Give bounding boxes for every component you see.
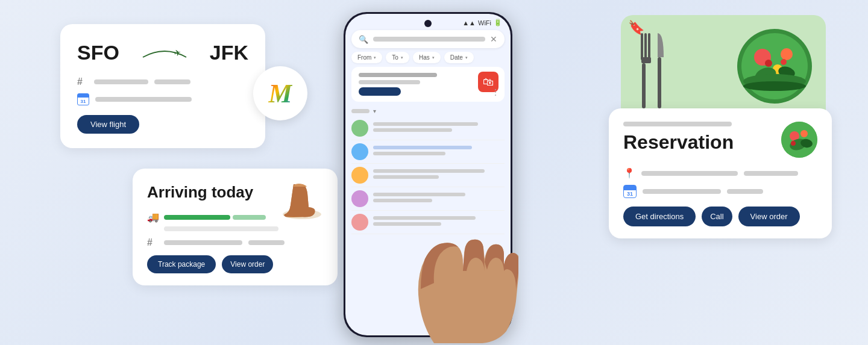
reservation-card: Reservation 📍 31 Get directions Call Vie… — [609, 108, 832, 238]
package-buttons: Track package View order — [147, 255, 323, 273]
email-line-6 — [373, 175, 439, 179]
progress-track — [164, 226, 278, 231]
reservation-title-group: Reservation — [623, 122, 734, 154]
chevron-down-icon-from: ▾ — [374, 55, 376, 60]
divider-bar — [351, 109, 370, 113]
progress-filled — [164, 215, 230, 220]
reservation-header: Reservation — [623, 122, 817, 158]
battery-icon: 🔋 — [494, 19, 502, 26]
svg-rect-2 — [642, 63, 646, 108]
avatar-1 — [351, 120, 368, 137]
reservation-title: Reservation — [623, 131, 734, 153]
calendar-icon-res: 31 — [623, 185, 637, 198]
email-line-1 — [373, 122, 478, 126]
package-card: Arriving today 🚚 # Track package View or… — [133, 169, 338, 285]
email-line-8 — [373, 199, 432, 202]
flight-btn[interactable]: View flight — [77, 115, 139, 134]
svg-rect-6 — [641, 57, 651, 63]
chevron-down-icon-has: ▾ — [432, 55, 435, 60]
filter-date[interactable]: Date ▾ — [444, 52, 474, 63]
filter-has-label: Has — [419, 54, 430, 61]
flight-route: SFO ✈ JFK — [77, 41, 248, 64]
list-item[interactable] — [351, 164, 505, 187]
svg-rect-3 — [641, 33, 643, 60]
gmail-m-letter: M — [268, 78, 292, 109]
pkg-info-row: # — [147, 237, 323, 248]
avatar-2 — [351, 143, 368, 160]
svg-point-21 — [800, 130, 808, 137]
svg-point-24 — [791, 141, 796, 146]
search-clear-btn[interactable]: ✕ — [490, 34, 497, 44]
location-pin-icon: 📍 — [623, 167, 635, 179]
flight-destination: JFK — [210, 41, 248, 64]
chevron-down-icon-to: ▾ — [401, 55, 403, 60]
chevron-down-icon-date: ▾ — [465, 55, 468, 60]
pkg-bar-2 — [248, 240, 285, 245]
phone-search-bar[interactable]: 🔍 ✕ — [351, 30, 505, 48]
salad-illustration — [732, 21, 817, 114]
list-item[interactable] — [351, 140, 505, 164]
email-line-4 — [373, 152, 445, 155]
email-subject-bar — [359, 73, 437, 77]
flight-card: SFO ✈ JFK # 31 View flight — [60, 24, 265, 148]
email-line-7 — [373, 193, 465, 196]
wifi-icon: WiFi — [478, 19, 491, 26]
avatar-5 — [351, 214, 368, 231]
email-action-btn[interactable] — [359, 87, 401, 96]
call-btn[interactable]: Call — [702, 207, 732, 226]
info-bar-1 — [94, 79, 148, 84]
info-bar-2 — [154, 79, 190, 84]
email-line-5 — [373, 169, 485, 173]
pkg-bar-1 — [164, 240, 242, 245]
filter-date-label: Date — [450, 54, 463, 61]
get-directions-btn[interactable]: Get directions — [623, 207, 696, 226]
search-placeholder-bar — [373, 37, 485, 42]
featured-email-card[interactable]: 🛍 ⋮ — [351, 67, 505, 102]
reservation-calendar-row: 31 — [623, 185, 817, 198]
location-bar-2 — [744, 171, 798, 176]
email-content-1 — [373, 122, 505, 134]
flight-info-rows: # 31 — [77, 76, 248, 105]
svg-rect-4 — [644, 33, 647, 60]
chevron-down-icon-section[interactable]: ▾ — [373, 108, 376, 114]
svg-point-18 — [743, 81, 806, 91]
phone-notch — [424, 20, 432, 27]
restaurant-food-icon — [781, 122, 817, 158]
calendar-icon: 31 — [77, 93, 89, 105]
location-bar — [641, 171, 738, 176]
calendar-bar-2 — [727, 189, 763, 194]
email-content-3 — [373, 169, 505, 181]
filter-to[interactable]: To ▾ — [386, 52, 409, 63]
flight-info-row-2: 31 — [77, 93, 248, 105]
res-title-bar-above — [623, 122, 732, 126]
gmail-badge: M — [253, 66, 307, 120]
svg-text:✈: ✈ — [172, 47, 182, 58]
view-order-btn[interactable]: View order — [222, 255, 273, 273]
svg-rect-5 — [648, 33, 650, 60]
list-item[interactable] — [351, 117, 505, 140]
progress-partial — [233, 215, 266, 220]
filter-from-label: From — [357, 54, 371, 61]
filter-to-label: To — [392, 54, 398, 61]
track-package-btn[interactable]: Track package — [147, 255, 216, 273]
email-line-3 — [373, 146, 472, 149]
filter-has[interactable]: Has ▾ — [413, 52, 441, 63]
more-options-icon[interactable]: ⋮ — [491, 87, 500, 97]
signal-icon: ▲▲ — [462, 19, 476, 26]
view-order-res-btn[interactable]: View order — [738, 207, 800, 226]
truck-icon: 🚚 — [147, 211, 159, 223]
email-content-4 — [373, 193, 505, 205]
hash-icon-pkg: # — [147, 237, 158, 248]
progress-bars — [164, 215, 266, 220]
svg-rect-7 — [658, 57, 661, 108]
flight-arrow: ✈ — [127, 44, 203, 62]
boot-illustration — [278, 178, 327, 219]
filter-from[interactable]: From ▾ — [351, 52, 382, 63]
flight-origin: SFO — [77, 41, 119, 64]
flight-info-row-1: # — [77, 76, 248, 87]
info-bar-3 — [95, 97, 192, 102]
hash-icon-1: # — [77, 76, 88, 87]
hand-illustration — [398, 205, 518, 345]
svg-point-11 — [781, 48, 793, 60]
utensils-illustration — [636, 27, 672, 114]
